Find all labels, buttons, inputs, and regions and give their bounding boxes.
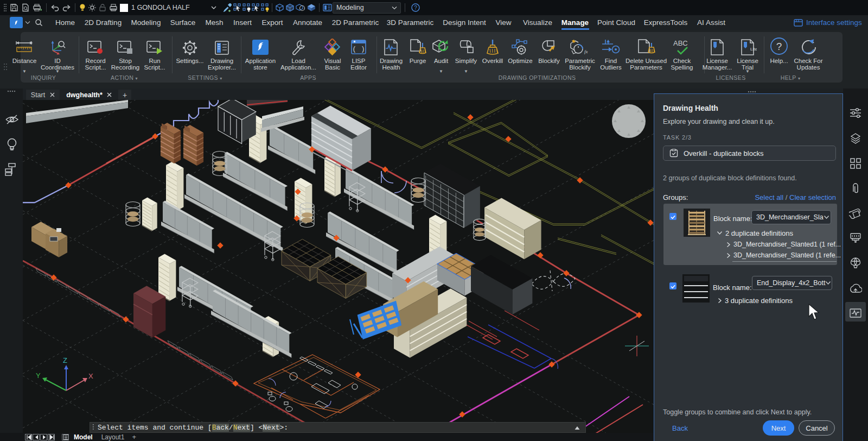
svg-text:?: ? [414,5,417,11]
svg-text:Lite: Lite [750,47,757,52]
svg-text:( ): ( ) [352,45,365,53]
svg-text:Y: Y [36,371,41,380]
svg-text:fx: fx [584,49,588,54]
svg-text:Z: Z [63,356,67,364]
svg-text:ABC: ABC [673,39,688,47]
svg-text:?: ? [776,41,782,52]
svg-text:X: X [88,372,93,380]
